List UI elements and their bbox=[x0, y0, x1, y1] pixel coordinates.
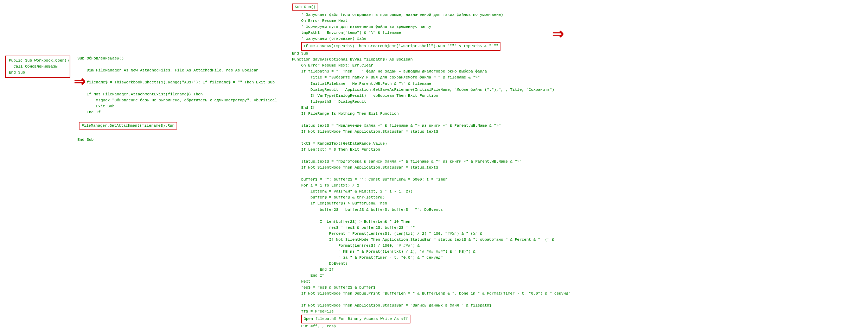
left-code-area: Sub ОбновлениеБазы() Dim FileManager As … bbox=[77, 56, 278, 143]
left-panel: Public Sub Workbook_Open() Call Обновлен… bbox=[4, 4, 285, 328]
sub-run-header: Sub Run() bbox=[292, 4, 318, 11]
if-me-saveas-highlight: If Me.SaveAs(tmpPath$) Then CreateObject… bbox=[301, 42, 500, 51]
page: Public Sub Workbook_Open() Call Обновлен… bbox=[0, 0, 868, 328]
filemanager-run-box: FileManager.GetAttachment(filename$).Run bbox=[79, 122, 278, 130]
function-saveas: Function SaveAs(Optional ByVal filepath$… bbox=[292, 57, 865, 328]
obnovlenie-sub-code: Sub ОбновлениеБазы() Dim FileManager As … bbox=[77, 56, 278, 122]
right-panel: Sub Run() ' Запускает файл (или открывае… bbox=[285, 4, 865, 328]
workbook-open-code: Public Sub Workbook_Open() Call Обновлен… bbox=[9, 58, 67, 76]
filemanager-run-highlight: FileManager.GetAttachment(filename$).Run bbox=[79, 122, 177, 130]
sub-run-header-wrapper: Sub Run() bbox=[292, 4, 865, 11]
end-sub-left: End Sub bbox=[77, 131, 278, 143]
open-filepath-highlight: Open filepath$ For Binary Access Write A… bbox=[301, 315, 410, 323]
sub-run-body: ' Запускает файл (или открывает в програ… bbox=[292, 12, 865, 57]
workbook-open-box: Public Sub Workbook_Open() Call Обновлен… bbox=[5, 56, 70, 78]
right-arrow-icon: ⇒ bbox=[552, 21, 564, 45]
